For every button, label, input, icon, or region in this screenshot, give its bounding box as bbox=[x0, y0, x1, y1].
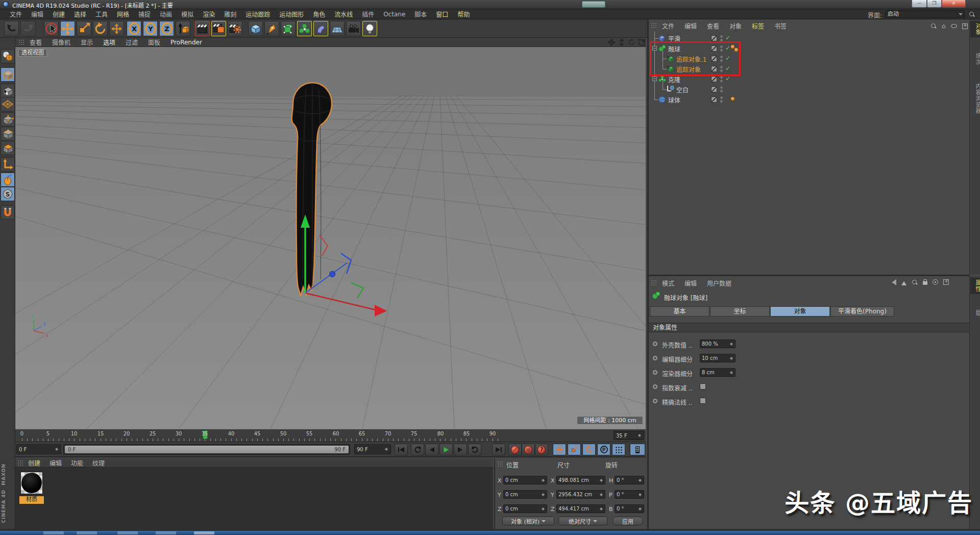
om-menu-bookmarks[interactable]: 书签 bbox=[769, 21, 792, 30]
goto-end-button[interactable] bbox=[492, 444, 505, 455]
render-visibility-dot[interactable] bbox=[720, 100, 723, 103]
enabled-check[interactable]: ✓ bbox=[725, 34, 730, 41]
interface-select[interactable]: 启动 bbox=[885, 10, 965, 18]
editor-visibility-dot[interactable] bbox=[720, 96, 723, 99]
light-button[interactable] bbox=[362, 21, 377, 36]
search-icon[interactable] bbox=[912, 279, 918, 285]
menu-file[interactable]: 文件 bbox=[5, 10, 27, 18]
snap-toggle-button[interactable]: S bbox=[1, 187, 15, 201]
side-tab-attributes[interactable]: 属性 bbox=[970, 278, 980, 294]
om-menu-tags[interactable]: 标签 bbox=[747, 21, 769, 30]
vp-menu-display[interactable]: 显示 bbox=[76, 38, 98, 46]
stepper-icon[interactable] bbox=[542, 477, 545, 483]
add-cube-button[interactable] bbox=[248, 21, 263, 36]
menu-edit[interactable]: 编辑 bbox=[27, 10, 48, 18]
polygons-mode-button[interactable] bbox=[1, 141, 15, 155]
taskbar-item[interactable] bbox=[43, 531, 64, 534]
range-bar[interactable]: 0 F90 F bbox=[65, 446, 349, 453]
om-menu-edit[interactable]: 编辑 bbox=[679, 21, 702, 30]
viewport-zoom-icon[interactable] bbox=[618, 39, 626, 46]
stepper-icon[interactable] bbox=[385, 446, 388, 452]
undo-button[interactable] bbox=[4, 21, 19, 36]
vp-menu-options[interactable]: 选项 bbox=[98, 38, 120, 46]
size-y-input[interactable]: 2956.432 cm bbox=[556, 490, 605, 499]
workplane-mode-button[interactable] bbox=[1, 97, 15, 111]
stepper-icon[interactable] bbox=[639, 506, 642, 512]
live-selection-button[interactable] bbox=[44, 21, 59, 36]
menu-animate[interactable]: 动画 bbox=[155, 10, 177, 18]
material-list[interactable]: 材质 bbox=[15, 468, 493, 529]
lock-icon[interactable] bbox=[923, 281, 927, 285]
vp-menu-panel[interactable]: 面板 bbox=[143, 38, 165, 46]
exponential-falloff-checkbox[interactable] bbox=[700, 383, 706, 390]
editor-visibility-dot[interactable] bbox=[720, 76, 723, 79]
texture-mode-button[interactable] bbox=[1, 84, 15, 98]
new-window-icon[interactable] bbox=[962, 23, 968, 29]
size-mode-dropdown[interactable]: 绝对尺寸 bbox=[558, 517, 607, 525]
anim-ring-icon[interactable] bbox=[653, 384, 657, 389]
viewport-maximize-icon[interactable] bbox=[638, 39, 646, 46]
subdivision-surface-button[interactable] bbox=[281, 21, 296, 36]
side-tab-takes[interactable]: 场次 bbox=[970, 51, 980, 67]
menu-octane[interactable]: Octane bbox=[379, 11, 410, 18]
key-pla-button[interactable] bbox=[612, 444, 625, 455]
home-icon[interactable]: ⌂ bbox=[942, 22, 946, 30]
render-view-button[interactable] bbox=[195, 21, 210, 36]
menu-create[interactable]: 创建 bbox=[48, 10, 69, 18]
material-thumbnail[interactable] bbox=[20, 472, 43, 494]
taskbar-item[interactable] bbox=[77, 531, 97, 534]
anim-ring-icon[interactable] bbox=[653, 370, 657, 375]
rot-p-input[interactable]: 0 ° bbox=[615, 490, 644, 499]
end-frame-spinner[interactable]: 90 F bbox=[354, 444, 391, 454]
timeline-ruler[interactable]: 0 5 10 15 20 25 30 35 40 45 50 55 60 65 … bbox=[15, 429, 646, 442]
viewport[interactable]: 查看 摄像机 显示 选项 过滤 面板 ProRender bbox=[15, 38, 646, 429]
tab-object[interactable]: 对象 bbox=[770, 306, 830, 317]
menu-pipeline[interactable]: 流水线 bbox=[330, 10, 357, 18]
render-subdivision-input[interactable]: 8 cm bbox=[700, 368, 736, 377]
anim-ring-icon[interactable] bbox=[653, 399, 657, 403]
make-editable-button[interactable] bbox=[1, 49, 15, 63]
rotate-tool-button[interactable] bbox=[93, 21, 108, 36]
menu-character[interactable]: 角色 bbox=[308, 10, 330, 18]
om-menu-view[interactable]: 查看 bbox=[702, 21, 724, 30]
menu-mesh[interactable]: 网格 bbox=[112, 10, 134, 18]
stepper-icon[interactable] bbox=[55, 446, 59, 452]
windows-taskbar[interactable] bbox=[0, 531, 980, 535]
key-rotation-button[interactable] bbox=[582, 444, 596, 455]
target-icon[interactable] bbox=[933, 279, 938, 285]
pos-y-input[interactable]: 0 cm bbox=[503, 490, 547, 499]
om-menu-objects[interactable]: 对象 bbox=[724, 21, 747, 30]
pos-x-input[interactable]: 0 cm bbox=[503, 476, 547, 484]
scale-tool-button[interactable] bbox=[77, 21, 91, 36]
drag-grip[interactable] bbox=[17, 460, 23, 466]
layer-chip[interactable] bbox=[711, 96, 717, 103]
new-window-icon[interactable] bbox=[943, 279, 949, 285]
stepper-icon[interactable] bbox=[600, 477, 603, 483]
environment-floor-button[interactable] bbox=[330, 21, 345, 36]
key-position-button[interactable] bbox=[553, 444, 566, 455]
am-menu-mode[interactable]: 模式 bbox=[657, 279, 679, 287]
layer-chip[interactable] bbox=[711, 76, 717, 82]
menu-script[interactable]: 脚本 bbox=[410, 10, 431, 18]
autokey-button[interactable]: ◎ bbox=[522, 444, 535, 455]
camera-button[interactable] bbox=[346, 21, 361, 36]
mat-menu-create[interactable]: 创建 bbox=[23, 458, 45, 467]
drag-grip[interactable] bbox=[18, 39, 24, 45]
object-row-sphere[interactable]: 球体 bbox=[649, 94, 969, 105]
menu-window[interactable]: 窗口 bbox=[431, 10, 453, 18]
frame-range-slider[interactable]: 0 F90 F bbox=[63, 444, 350, 455]
magnet-snap-button[interactable] bbox=[1, 205, 15, 220]
side-tab-objects[interactable]: 对象 bbox=[970, 21, 980, 37]
lock-z-axis-button[interactable]: Z bbox=[159, 21, 174, 36]
layer-chip[interactable] bbox=[711, 86, 717, 92]
mat-menu-function[interactable]: 功能 bbox=[66, 458, 88, 467]
move-tool-button[interactable] bbox=[60, 21, 75, 36]
drag-grip[interactable] bbox=[651, 280, 657, 286]
stepper-icon[interactable] bbox=[600, 492, 603, 498]
goto-start-button[interactable] bbox=[395, 444, 408, 455]
menu-select[interactable]: 选择 bbox=[69, 10, 91, 18]
taskbar-item-active[interactable] bbox=[194, 531, 214, 534]
drag-grip[interactable] bbox=[651, 22, 657, 29]
minimize-button[interactable]: — bbox=[912, 0, 927, 8]
vp-menu-filter[interactable]: 过滤 bbox=[120, 38, 143, 46]
